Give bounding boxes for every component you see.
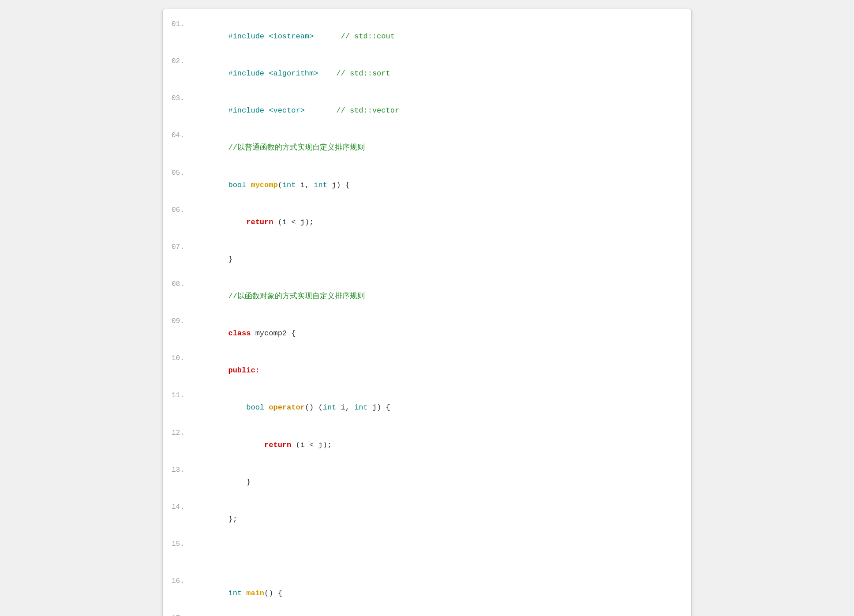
line-content: bool operator() (int i, int j) { <box>192 389 682 426</box>
table-row: 09. class mycomp2 { <box>172 315 682 352</box>
line-content: return (i < j); <box>192 204 682 241</box>
line-number: 07. <box>172 241 192 253</box>
line-number: 17. <box>172 612 192 616</box>
line-number: 02. <box>172 55 192 67</box>
code-editor: 01. #include <iostream> // std::cout 02.… <box>162 9 692 616</box>
line-content: public: <box>192 352 682 389</box>
table-row: 12. return (i < j); <box>172 427 682 464</box>
table-row: 11. bool operator() (int i, int j) { <box>172 389 682 426</box>
line-content <box>192 538 682 575</box>
line-number: 01. <box>172 18 192 30</box>
table-row: 16. int main() { <box>172 575 682 612</box>
table-row: 01. #include <iostream> // std::cout <box>172 18 682 55</box>
code-content: 01. #include <iostream> // std::cout 02.… <box>163 18 691 616</box>
line-number: 11. <box>172 389 192 401</box>
table-row: 08. //以函数对象的方式实现自定义排序规则 <box>172 278 682 315</box>
line-number: 15. <box>172 538 192 550</box>
line-content: bool mycomp(int i, int j) { <box>192 167 682 204</box>
line-content: class mycomp2 { <box>192 315 682 352</box>
line-number: 14. <box>172 501 192 513</box>
table-row: 03. #include <vector> // std::vector <box>172 92 682 129</box>
line-content: //以函数对象的方式实现自定义排序规则 <box>192 278 682 315</box>
line-number: 09. <box>172 315 192 327</box>
line-number: 16. <box>172 575 192 587</box>
line-content: #include <iostream> // std::cout <box>192 18 682 55</box>
table-row: 06. return (i < j); <box>172 204 682 241</box>
table-row: 17. std::vector<int> myvector{ 32, 71, 1… <box>172 612 682 616</box>
line-content: std::vector<int> myvector{ 32, 71, 12, 4… <box>192 612 682 616</box>
table-row: 15. <box>172 538 682 575</box>
table-row: 07. } <box>172 241 682 278</box>
table-row: 14. }; <box>172 501 682 538</box>
line-number: 13. <box>172 464 192 476</box>
line-content: #include <vector> // std::vector <box>192 92 682 129</box>
table-row: 02. #include <algorithm> // std::sort <box>172 55 682 92</box>
line-number: 12. <box>172 427 192 439</box>
line-content: //以普通函数的方式实现自定义排序规则 <box>192 129 682 166</box>
line-number: 10. <box>172 352 192 364</box>
line-number: 03. <box>172 92 192 104</box>
line-content: #include <algorithm> // std::sort <box>192 55 682 92</box>
line-number: 04. <box>172 129 192 141</box>
table-row: 13. } <box>172 464 682 501</box>
line-content: } <box>192 464 682 501</box>
line-content: } <box>192 241 682 278</box>
line-number: 06. <box>172 204 192 216</box>
line-content: return (i < j); <box>192 427 682 464</box>
line-number: 08. <box>172 278 192 290</box>
table-row: 10. public: <box>172 352 682 389</box>
line-content: }; <box>192 501 682 538</box>
line-content: int main() { <box>192 575 682 612</box>
line-number: 05. <box>172 167 192 179</box>
table-row: 04. //以普通函数的方式实现自定义排序规则 <box>172 129 682 166</box>
table-row: 05. bool mycomp(int i, int j) { <box>172 167 682 204</box>
